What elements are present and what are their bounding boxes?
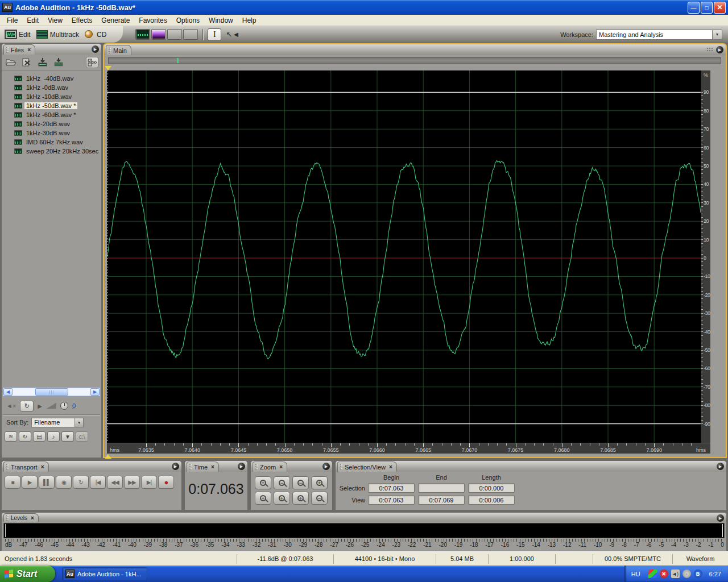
security-alert-tray-icon[interactable]: ✕ [660,569,668,578]
files-panel-menu-button[interactable]: ▶ [92,45,99,53]
pause-button[interactable]: ▌▌ [39,476,55,489]
taskbar-clock[interactable]: 6:27 [709,571,721,577]
panel-grip[interactable] [706,47,713,52]
main-panel-menu-button[interactable]: ▶ [716,46,723,53]
tab-zoom[interactable]: Zoom × [253,462,287,472]
stop-button[interactable]: ■ [5,476,20,489]
auto-play-mute-icon[interactable]: ◄× [6,402,16,409]
file-item[interactable]: 1kHz -60dB.wav * [2,110,101,119]
selection-end-field[interactable] [418,483,465,493]
file-item[interactable]: 1kHz -50dB.wav * [2,101,101,110]
files-horizontal-scrollbar[interactable]: ◀ ▶ [3,388,100,396]
tab-time[interactable]: Time × [187,462,219,472]
multitrack-view-button[interactable]: Multitrack [35,29,81,40]
chevron-down-icon[interactable]: ▼ [712,30,722,39]
import-file-icon[interactable] [36,57,49,68]
scrollbar-thumb[interactable] [35,388,68,396]
language-indicator[interactable]: HU [631,571,640,577]
record-button[interactable]: ● [158,476,174,489]
zoom-in-right-edge-button[interactable]: + [274,492,290,505]
close-tab-icon[interactable]: × [279,464,283,470]
scroll-right-icon[interactable]: ▶ [90,388,100,396]
zoom-panel-menu-button[interactable]: ▶ [322,463,330,470]
overview-navigation-bar[interactable] [108,57,721,64]
filter-visibility-button[interactable]: ▼ [61,431,74,442]
rewind-button[interactable]: ◀◀ [107,476,123,489]
go-to-end-button[interactable]: ▶| [141,476,157,489]
zoom-out-vertically-button[interactable]: − [311,492,328,505]
open-file-icon[interactable] [5,57,17,68]
play-from-cursor-button[interactable]: ◉ [56,476,72,489]
time-panel-menu-button[interactable]: ▶ [238,463,245,470]
play-looped-button[interactable]: ↻ [73,476,89,489]
tab-files[interactable]: Files × [3,44,35,55]
sort-by-dropdown[interactable]: Filename ▼ [31,418,84,427]
taskbar-item-audition[interactable]: Au Adobe Audition - 1kH... [62,567,147,581]
minimize-button[interactable]: — [688,2,700,14]
time-ruler[interactable]: hmshms7.06357.06407.06457.06507.06557.06… [107,443,710,454]
file-item[interactable]: 1kHz -0dB.wav [2,83,101,92]
close-tab-icon[interactable]: × [27,47,31,53]
edit-view-button[interactable]: Edit [3,29,32,40]
chevron-down-icon[interactable]: ▼ [75,418,83,427]
selection-begin-field[interactable]: 0:07.063 [368,483,415,493]
scrollbar-track[interactable] [13,388,90,396]
scrub-tool-button[interactable]: ↖◄ [226,28,239,41]
waveform-display-button[interactable] [135,29,150,40]
zoom-out-horizontally-button[interactable]: − [274,476,290,489]
fast-forward-button[interactable]: ▶▶ [124,476,140,489]
preview-volume-knob[interactable] [60,402,68,410]
close-tab-icon[interactable]: × [211,464,214,470]
close-button[interactable]: ✕ [714,2,726,14]
spectral-phase-display-button[interactable] [183,29,198,40]
menu-window[interactable]: Window [204,15,238,26]
workspace-dropdown[interactable]: Mastering and Analysis ▼ [596,30,722,40]
menu-favorites[interactable]: Favorites [134,15,171,26]
levels-panel-menu-button[interactable]: ▶ [717,514,724,522]
overview-position-marker[interactable] [177,58,179,63]
file-item[interactable]: 1kHz -10dB.wav [2,92,101,101]
selection-marker-strip-bottom[interactable] [104,454,726,459]
zoom-in-left-edge-button[interactable]: + [255,492,271,505]
tab-selection-view[interactable]: Selection/View × [337,462,397,472]
cd-view-button[interactable]: CD [83,29,108,40]
play-button[interactable]: ▶ [22,476,38,489]
start-button[interactable]: Start [0,566,55,582]
loop-preview-button[interactable]: ↻ [20,401,34,411]
file-item[interactable]: IMD 60Hz 7kHz.wav [2,138,101,147]
graphics-tray-icon[interactable] [648,569,657,578]
menu-options[interactable]: Options [172,15,204,26]
preview-play-button[interactable]: ▶ [38,403,42,409]
menu-help[interactable]: Help [238,15,261,26]
selection-start-marker-bottom[interactable] [105,454,111,459]
view-end-field[interactable]: 0:07.069 [418,495,465,505]
zoom-in-vertically-button[interactable]: + [292,492,309,505]
time-selection-tool-button[interactable]: I [208,28,221,41]
selection-marker-strip-top[interactable] [104,66,726,70]
file-item[interactable]: 1kHz-30dB.wav [2,128,101,138]
preview-volume-value[interactable]: 0 [72,402,76,409]
amplitude-ruler[interactable]: %9080706050403020100-10-20-30-40-50-60-7… [701,70,710,443]
show-waveforms-button[interactable]: ≋ [5,431,17,442]
file-item[interactable]: 1kHz-20dB.wav [2,119,101,128]
go-to-beginning-button[interactable]: |◀ [90,476,106,489]
close-tab-icon[interactable]: × [41,464,44,470]
zoom-in-horizontally-button[interactable]: + [255,476,271,489]
menu-view[interactable]: View [43,15,67,26]
selection-start-marker[interactable] [105,66,111,70]
menu-effects[interactable]: Effects [67,15,97,26]
menu-edit[interactable]: Edit [22,15,43,26]
volume-tray-icon[interactable]: ◄) [671,569,680,578]
waveform-display[interactable] [107,70,701,443]
close-tab-icon[interactable]: × [31,515,34,521]
tab-main[interactable]: Main [106,45,131,55]
zoom-to-selection-button[interactable]: + [311,476,328,489]
tab-transport[interactable]: Transport × [3,462,49,472]
show-paths-button[interactable]: c:\ [76,431,88,442]
show-video-button[interactable]: ▤ [33,431,46,442]
file-item[interactable]: 1kHz -40dB.wav [2,74,101,83]
close-tab-icon[interactable]: × [389,464,392,470]
advanced-options-toggle-icon[interactable] [86,57,98,68]
bluetooth-tray-icon[interactable]: B [694,569,702,578]
menu-file[interactable]: File [2,15,22,26]
